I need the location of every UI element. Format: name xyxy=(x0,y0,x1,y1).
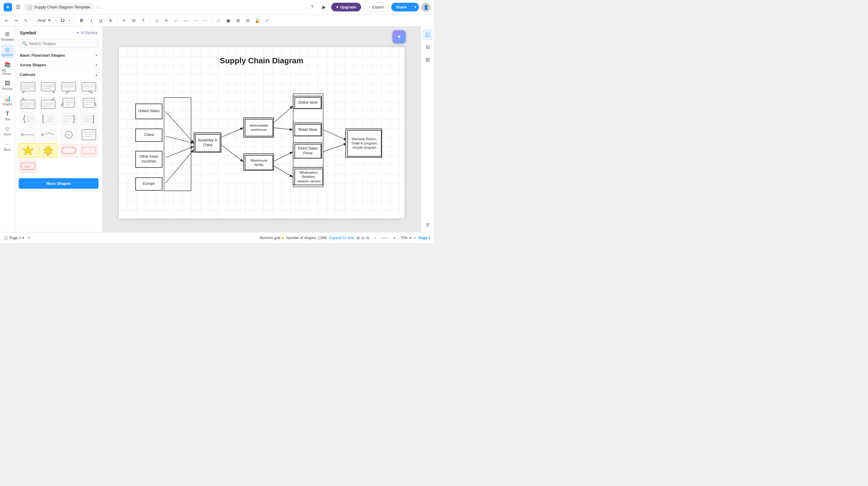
font-family-select[interactable]: Arial xyxy=(35,17,52,24)
redo-button[interactable]: ↪ xyxy=(12,16,21,25)
right-icon-page[interactable]: ⊟ xyxy=(422,41,433,53)
page-tab-page1[interactable]: ⬜ Page-1 ▾ xyxy=(4,236,24,240)
sidebar-item-text[interactable]: T Text xyxy=(1,109,14,123)
right-icon-menu[interactable]: ≣ xyxy=(422,219,433,230)
shape-callout-5[interactable] xyxy=(19,96,37,111)
font-color-button[interactable]: A xyxy=(106,16,115,25)
lock-button[interactable]: 🔒 xyxy=(253,16,261,25)
more-shapes-button[interactable]: More Shapes xyxy=(19,178,98,189)
node-assembly[interactable]: Assembly in China xyxy=(195,134,220,152)
node-asian[interactable]: Other Asian countries xyxy=(135,151,162,168)
favorite-star-icon[interactable]: ☆ xyxy=(96,4,100,10)
help-button[interactable]: ? xyxy=(307,2,317,12)
node-europe[interactable]: Europe xyxy=(135,177,162,190)
sidebar-item-graphs[interactable]: 📊 Graphs xyxy=(1,93,14,108)
underline-button[interactable]: U xyxy=(97,16,105,25)
shape-callout-1[interactable] xyxy=(19,81,37,95)
add-page-button[interactable]: ＋ xyxy=(27,235,31,241)
align-v-button[interactable]: ⊟ xyxy=(130,16,138,25)
pointer-button[interactable]: ↖ xyxy=(22,16,30,25)
avatar[interactable]: 👤 xyxy=(421,3,430,12)
shape-bracket-1[interactable]: { xyxy=(19,112,37,126)
target-icon[interactable]: ◎ xyxy=(361,236,364,240)
text-button[interactable]: T xyxy=(139,16,148,25)
share-button[interactable]: Share xyxy=(391,3,412,11)
bold-button[interactable]: B xyxy=(78,16,86,25)
sidebar-item-library[interactable]: 📚 My Library xyxy=(1,60,14,77)
zoom-dropdown-icon[interactable]: ▾ xyxy=(410,236,411,240)
section-basic-flowchart[interactable]: Basic Flowchart Shapes ▾ xyxy=(15,50,102,60)
node-warehouse[interactable]: Warehouse facility xyxy=(245,155,273,170)
ai-symbol-button[interactable]: ✦ AI Symbol xyxy=(76,31,97,35)
shadow-button[interactable]: ▣ xyxy=(224,16,233,25)
group-button[interactable]: ⊞ xyxy=(234,16,242,25)
shape-burst-yellow-2[interactable] xyxy=(39,143,58,158)
shape-callout-2[interactable] xyxy=(39,81,58,95)
shape-callout-7[interactable] xyxy=(59,96,78,111)
shape-fill-button[interactable]: ◇ xyxy=(153,16,161,25)
menu-icon[interactable]: ☰ xyxy=(14,3,22,12)
diagram-canvas[interactable]: Supply Chain Diagram xyxy=(119,47,405,219)
shape-bracket-3[interactable]: } xyxy=(59,112,78,126)
canvas-area[interactable]: ✦ Supply Chain Diagram xyxy=(102,27,421,232)
line-style-button[interactable]: — xyxy=(182,16,190,25)
page-map-icon[interactable]: ⊟ xyxy=(366,236,369,240)
shape-urgent-1[interactable]: Urgent xyxy=(19,159,37,173)
fullscreen-button[interactable]: ⤢ xyxy=(263,16,271,25)
undo-button[interactable]: ↩ xyxy=(2,16,11,25)
font-size-increase[interactable]: + xyxy=(67,18,72,23)
zoom-slider[interactable]: —— xyxy=(381,236,389,240)
node-warranty[interactable]: Warranty Return, Trade-in program, recyc… xyxy=(347,130,381,156)
node-retail[interactable]: Retail Store xyxy=(294,124,321,136)
right-icon-shape[interactable]: ◱ xyxy=(422,29,433,40)
right-icon-grid[interactable]: ⊞ xyxy=(422,54,433,65)
font-size-input[interactable] xyxy=(58,18,67,23)
search-input[interactable] xyxy=(29,41,95,46)
upgrade-button[interactable]: ♥ Upgrade xyxy=(331,3,361,11)
rect-button[interactable]: □ xyxy=(215,16,223,25)
layer-icon[interactable]: ⊞ xyxy=(356,236,360,240)
sidebar-item-icons[interactable]: ☺ Icons xyxy=(1,124,14,138)
shape-burst-yellow-1[interactable] xyxy=(19,143,37,158)
node-china[interactable]: China xyxy=(135,128,162,142)
export-button[interactable]: ↑ Export xyxy=(364,2,389,12)
shape-badge-pink[interactable] xyxy=(59,143,78,158)
node-wholesalers[interactable]: Wholesalers, Retailers, network carriers xyxy=(294,169,323,185)
node-direct[interactable]: Direct Sales Force xyxy=(294,144,321,158)
shape-text-block[interactable] xyxy=(80,127,98,142)
shape-bracket-2[interactable]: [ xyxy=(39,112,58,126)
font-size-control[interactable]: − + xyxy=(53,17,72,24)
node-intermediate[interactable]: Intermediate warehouse xyxy=(245,119,273,136)
shape-bracket-4[interactable]: ] xyxy=(80,112,98,126)
zoom-in-button[interactable]: + xyxy=(390,234,399,242)
shape-callout-4[interactable] xyxy=(80,81,98,95)
arrow-style-button[interactable]: → xyxy=(191,16,200,25)
more-line-button[interactable]: ⋯ xyxy=(201,16,210,25)
shape-badge-pink-2[interactable] xyxy=(80,143,98,158)
shape-line-1[interactable] xyxy=(19,127,37,142)
italic-button[interactable]: I xyxy=(87,16,96,25)
sidebar-item-templates[interactable]: ⊞ Templates xyxy=(1,29,14,43)
shape-callout-6[interactable] xyxy=(39,96,58,111)
remove-grid-control[interactable]: Remove grid ♥ xyxy=(259,236,284,240)
search-box[interactable]: 🔍 xyxy=(19,39,98,48)
zoom-out-button[interactable]: − xyxy=(371,234,379,242)
ungroup-button[interactable]: ⊟ xyxy=(244,16,252,25)
shape-circle-1[interactable] xyxy=(59,127,78,142)
node-us[interactable]: United States xyxy=(135,103,162,119)
play-button[interactable]: ▶ xyxy=(319,2,329,12)
share-dropdown-button[interactable]: ▾ xyxy=(412,3,419,11)
connector-button[interactable]: ⌐ xyxy=(172,16,181,25)
sidebar-item-more[interactable]: ⋯ More xyxy=(1,139,14,153)
ai-panel-button[interactable]: ✦ xyxy=(393,30,406,43)
document-tab[interactable]: ⬜ Supply Chain Diagram Template xyxy=(24,3,93,11)
node-online[interactable]: Online store xyxy=(294,97,321,109)
section-arrow-shapes[interactable]: Arrow Shapes ▾ xyxy=(15,60,102,70)
zoom-level[interactable]: 70% xyxy=(401,236,408,240)
pen-button[interactable]: ✏ xyxy=(162,16,171,25)
shape-callout-3[interactable] xyxy=(59,81,78,95)
page-tab-bottom[interactable]: Page-1 xyxy=(418,236,430,240)
shape-line-2[interactable] xyxy=(39,127,58,142)
fullscreen-icon[interactable]: ⤢ xyxy=(413,236,416,240)
expand-free-button[interactable]: Expand for free xyxy=(330,236,354,240)
